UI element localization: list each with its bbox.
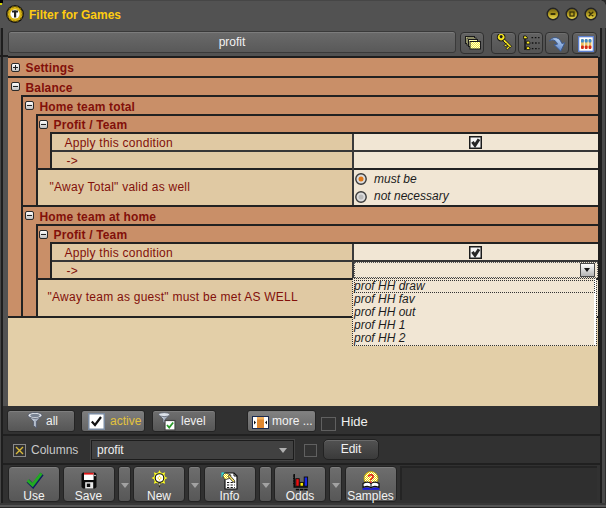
- svg-text:?: ?: [367, 472, 374, 486]
